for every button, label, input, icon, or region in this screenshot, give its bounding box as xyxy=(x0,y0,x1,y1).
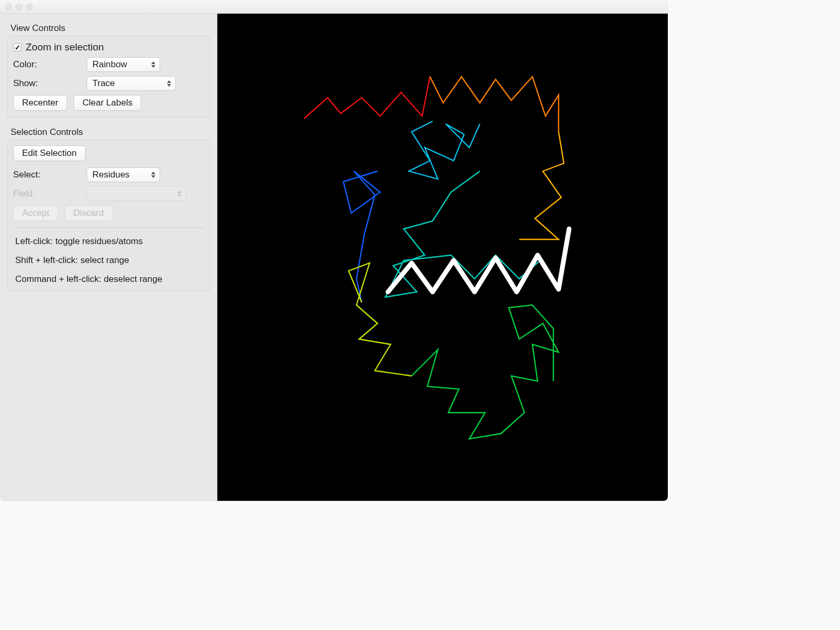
help-text: Shift + left-click: select range xyxy=(15,255,205,266)
help-text: Left-click: toggle residues/atoms xyxy=(15,236,205,247)
zoom-selection-label: Zoom in selection xyxy=(26,41,104,53)
protein-trace xyxy=(217,14,668,501)
view-controls-title: View Controls xyxy=(10,23,211,34)
minimize-icon[interactable] xyxy=(16,4,22,10)
color-label: Color: xyxy=(13,59,81,70)
clear-labels-button-label: Clear Labels xyxy=(82,98,132,108)
discard-button-label: Discard xyxy=(74,208,104,218)
color-select[interactable]: Rainbow xyxy=(87,57,160,72)
field-label: Field: xyxy=(13,188,81,199)
close-icon[interactable] xyxy=(5,4,12,10)
chevron-updown-icon xyxy=(166,79,172,88)
accept-button-label: Accept xyxy=(22,208,49,218)
molecule-viewport[interactable] xyxy=(217,14,668,501)
edit-selection-button-label: Edit Selection xyxy=(22,148,77,159)
chevron-updown-icon xyxy=(150,60,156,69)
window-body: View Controls Zoom in selection Color: R… xyxy=(0,14,668,501)
zoom-selection-checkbox[interactable] xyxy=(13,43,22,51)
titlebar xyxy=(0,0,668,14)
color-select-value: Rainbow xyxy=(92,59,127,70)
select-select-value: Residues xyxy=(92,170,130,180)
show-select-value: Trace xyxy=(92,78,115,89)
sidebar: View Controls Zoom in selection Color: R… xyxy=(0,14,217,501)
select-select[interactable]: Residues xyxy=(87,167,160,182)
select-label: Select: xyxy=(13,170,81,180)
help-text: Command + left-click: deselect range xyxy=(15,274,205,285)
show-label: Show: xyxy=(13,78,81,89)
recenter-button-label: Recenter xyxy=(22,98,58,108)
edit-selection-button[interactable]: Edit Selection xyxy=(13,145,86,161)
clear-labels-button[interactable]: Clear Labels xyxy=(74,95,141,111)
field-select xyxy=(87,186,186,201)
chevron-updown-icon xyxy=(150,170,156,180)
zoom-icon[interactable] xyxy=(26,4,33,10)
discard-button: Discard xyxy=(65,205,113,221)
selection-controls-title: Selection Controls xyxy=(10,127,211,138)
show-select[interactable]: Trace xyxy=(87,76,176,91)
selection-controls-panel: Edit Selection Select: Residues Field: xyxy=(7,140,211,291)
view-controls-panel: Zoom in selection Color: Rainbow Show: T… xyxy=(7,36,211,118)
chevron-updown-icon xyxy=(176,189,183,198)
accept-button: Accept xyxy=(13,205,58,221)
app-window: View Controls Zoom in selection Color: R… xyxy=(0,0,668,501)
recenter-button[interactable]: Recenter xyxy=(13,95,67,111)
